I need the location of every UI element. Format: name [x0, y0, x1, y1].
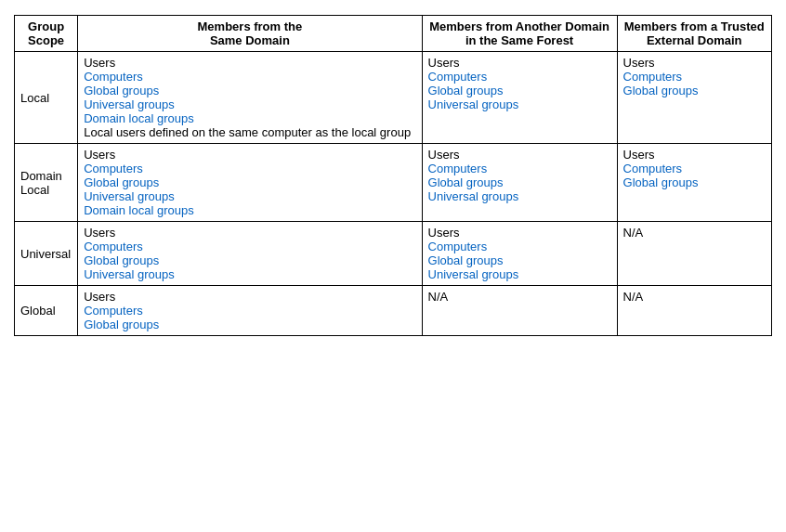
list-item: Universal groups	[84, 189, 415, 203]
list-item: Global groups	[428, 84, 611, 97]
forest-cell-2: UsersComputersGlobal groupsUniversal gro…	[422, 222, 617, 286]
list-item: Computers	[428, 70, 611, 84]
list-item: Global groups	[623, 84, 766, 97]
list-item: N/A	[428, 290, 611, 304]
list-item: N/A	[623, 290, 766, 304]
list-item: Global groups	[84, 318, 415, 331]
list-item: Users	[428, 56, 611, 70]
list-item: Users	[84, 148, 415, 162]
list-item: Computers	[428, 240, 611, 253]
same-domain-cell-1: UsersComputersGlobal groupsUniversal gro…	[78, 144, 422, 222]
header-another-domain: Members from Another Domainin the Same F…	[422, 16, 617, 52]
list-item: Users	[428, 148, 611, 162]
scope-cell-2: Universal	[15, 222, 78, 286]
external-cell-3: N/A	[617, 286, 771, 336]
list-item: Computers	[84, 304, 415, 318]
header-external-domain: Members from a TrustedExternal Domain	[617, 16, 771, 52]
list-item: Global groups	[84, 175, 415, 189]
list-item: N/A	[623, 226, 766, 240]
list-item: Users	[84, 226, 415, 240]
list-item: Domain local groups	[84, 203, 415, 217]
external-cell-1: UsersComputersGlobal groups	[617, 144, 771, 222]
forest-cell-3: N/A	[422, 286, 617, 336]
list-item: Universal groups	[84, 267, 415, 281]
same-domain-cell-2: UsersComputersGlobal groupsUniversal gro…	[78, 222, 422, 286]
scope-cell-3: Global	[15, 286, 78, 336]
list-item: Universal groups	[428, 267, 611, 281]
list-item: Users	[623, 148, 766, 162]
scope-cell-1: Domain Local	[15, 144, 78, 222]
list-item: Users	[84, 290, 415, 304]
forest-cell-0: UsersComputersGlobal groupsUniversal gro…	[422, 52, 617, 144]
header-same-domain: Members from theSame Domain	[78, 16, 422, 52]
forest-cell-1: UsersComputersGlobal groupsUniversal gro…	[422, 144, 617, 222]
list-item: Global groups	[428, 253, 611, 267]
list-item: Users	[623, 56, 766, 70]
list-item: Global groups	[428, 175, 611, 189]
list-item: Global groups	[623, 175, 766, 189]
list-item: Universal groups	[84, 97, 415, 111]
list-item: Universal groups	[428, 189, 611, 203]
header-scope: GroupScope	[15, 16, 78, 52]
list-item: Computers	[84, 70, 415, 84]
list-item: Computers	[84, 162, 415, 175]
list-item: Domain local groups	[84, 111, 415, 125]
same-domain-cell-0: UsersComputersGlobal groupsUniversal gro…	[78, 52, 422, 144]
list-item: Computers	[428, 162, 611, 175]
list-item: Computers	[623, 70, 766, 84]
same-domain-cell-3: UsersComputersGlobal groups	[78, 286, 422, 336]
list-item: Users	[428, 226, 611, 240]
group-scope-table: GroupScope Members from theSame Domain M…	[14, 15, 772, 336]
list-item: Global groups	[84, 84, 415, 97]
list-item: Global groups	[84, 253, 415, 267]
list-item: Computers	[623, 162, 766, 175]
list-item: Users	[84, 56, 415, 70]
list-item: Computers	[84, 240, 415, 253]
list-item: Local users defined on the same computer…	[84, 125, 415, 139]
scope-cell-0: Local	[15, 52, 78, 144]
external-cell-2: N/A	[617, 222, 771, 286]
external-cell-0: UsersComputersGlobal groups	[617, 52, 771, 144]
list-item: Universal groups	[428, 97, 611, 111]
